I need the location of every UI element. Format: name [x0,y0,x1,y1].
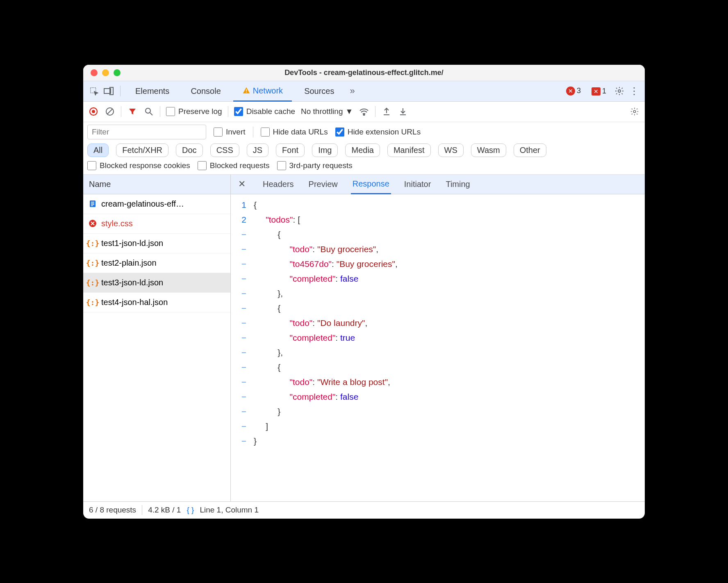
status-bar: 6 / 8 requests 4.2 kB / 1 { } Line 1, Co… [83,501,645,519]
kebab-menu-icon[interactable]: ⋮ [628,85,640,97]
svg-rect-3 [246,89,247,91]
pretty-print-icon[interactable]: { } [187,506,194,515]
request-name: cream-gelatinous-eff… [101,199,184,209]
json-icon: {:} [88,278,97,287]
warning-icon [242,87,250,95]
error-badge[interactable]: ✕3 [566,87,585,96]
name-column-header[interactable]: Name [83,175,230,194]
status-cursor: Line 1, Column 1 [200,506,259,515]
svg-rect-15 [91,202,94,203]
error-icon [88,219,97,228]
clear-button[interactable] [105,106,115,117]
filter-doc[interactable]: Doc [176,143,203,157]
tab-network[interactable]: Network [233,81,292,102]
close-detail-button[interactable]: ✕ [234,176,250,192]
filter-img[interactable]: Img [312,143,338,157]
network-conditions-icon[interactable] [359,106,369,117]
third-party-checkbox[interactable]: 3rd-party requests [277,161,353,170]
request-row[interactable]: {:}test4-json-hal.json [83,293,230,312]
filter-other[interactable]: Other [514,143,546,157]
traffic-lights [83,69,121,76]
blocked-cookies-checkbox[interactable]: Blocked response cookies [87,161,190,170]
hide-extension-urls-checkbox[interactable]: Hide extension URLs [335,128,421,137]
invert-checkbox[interactable]: Invert [214,128,246,137]
issues-badge[interactable]: ✕1 [588,87,610,96]
titlebar: DevTools - cream-gelatinous-effect.glitc… [83,65,645,81]
json-icon: {:} [88,239,97,248]
error-circle-icon: ✕ [566,87,575,96]
chevron-down-icon: ▼ [345,107,353,116]
request-row[interactable]: {:}test3-json-ld.json [83,273,230,293]
filter-xhr[interactable]: Fetch/XHR [116,143,168,157]
record-button[interactable] [88,106,99,117]
filter-manifest[interactable]: Manifest [387,143,431,157]
upload-har-icon[interactable] [381,106,392,117]
network-toolbar: Preserve log Disable cache No throttling… [83,102,645,122]
filter-js[interactable]: JS [247,143,268,157]
disable-cache-checkbox[interactable]: Disable cache [234,107,295,116]
tab-preview[interactable]: Preview [307,175,339,194]
request-list: Name cream-gelatinous-eff…style.css{:}te… [83,175,231,501]
response-editor[interactable]: 1{2 "todos": [− {− "todo": "Buy grocerie… [231,194,645,501]
filter-font[interactable]: Font [276,143,305,157]
json-icon: {:} [88,298,97,307]
filter-media[interactable]: Media [345,143,380,157]
filter-all[interactable]: All [87,143,109,157]
svg-rect-14 [90,200,96,207]
detail-panel: ✕ Headers Preview Response Initiator Tim… [231,175,645,501]
svg-line-9 [107,109,112,114]
request-name: test1-json-ld.json [101,239,163,248]
more-tabs-icon[interactable]: » [347,85,358,97]
request-name: test4-json-hal.json [101,298,168,307]
tab-response[interactable]: Response [351,175,391,194]
issue-square-icon: ✕ [592,87,601,96]
status-requests: 6 / 8 requests [89,506,136,515]
request-name: test3-json-ld.json [101,278,163,287]
device-toolbar-icon[interactable] [103,85,114,97]
throttling-select[interactable]: No throttling▼ [301,107,353,116]
svg-point-7 [92,110,95,113]
svg-point-5 [618,90,621,92]
request-row[interactable]: cream-gelatinous-eff… [83,194,230,214]
svg-rect-17 [91,204,94,205]
close-window-button[interactable] [91,69,98,76]
body-split: Name cream-gelatinous-eff…style.css{:}te… [83,175,645,501]
tab-timing[interactable]: Timing [444,175,471,194]
devtools-window: DevTools - cream-gelatinous-effect.glitc… [83,65,645,519]
inspect-icon[interactable] [88,85,100,97]
zoom-window-button[interactable] [114,69,121,76]
filter-css[interactable]: CSS [210,143,239,157]
network-settings-gear-icon[interactable] [629,106,640,117]
document-icon [88,199,97,208]
request-row[interactable]: style.css [83,214,230,234]
json-icon: {:} [88,258,97,267]
preserve-log-checkbox[interactable]: Preserve log [166,107,222,116]
svg-point-12 [364,114,365,116]
filter-wasm[interactable]: Wasm [471,143,506,157]
request-row[interactable]: {:}test1-json-ld.json [83,234,230,253]
request-row[interactable]: {:}test2-plain.json [83,253,230,273]
tab-initiator[interactable]: Initiator [403,175,433,194]
filter-icon[interactable] [127,106,138,117]
settings-gear-icon[interactable] [614,85,625,97]
search-icon[interactable] [143,106,154,117]
tab-headers[interactable]: Headers [261,175,296,194]
request-name: test2-plain.json [101,258,157,268]
hide-data-urls-checkbox[interactable]: Hide data URLs [261,128,328,137]
blocked-requests-checkbox[interactable]: Blocked requests [198,161,270,170]
status-transfer: 4.2 kB / 1 [148,506,181,515]
svg-rect-4 [246,92,247,93]
minimize-window-button[interactable] [102,69,109,76]
request-rows: cream-gelatinous-eff…style.css{:}test1-j… [83,194,230,501]
download-har-icon[interactable] [398,106,408,117]
filter-ws[interactable]: WS [438,143,464,157]
tab-console[interactable]: Console [182,81,230,101]
svg-rect-18 [91,205,93,206]
request-name: style.css [101,219,133,228]
tab-sources[interactable]: Sources [295,81,343,101]
svg-point-10 [146,108,150,113]
svg-point-13 [633,110,636,113]
filter-input[interactable] [87,125,206,139]
detail-tabs: ✕ Headers Preview Response Initiator Tim… [231,175,645,194]
tab-elements[interactable]: Elements [126,81,178,101]
